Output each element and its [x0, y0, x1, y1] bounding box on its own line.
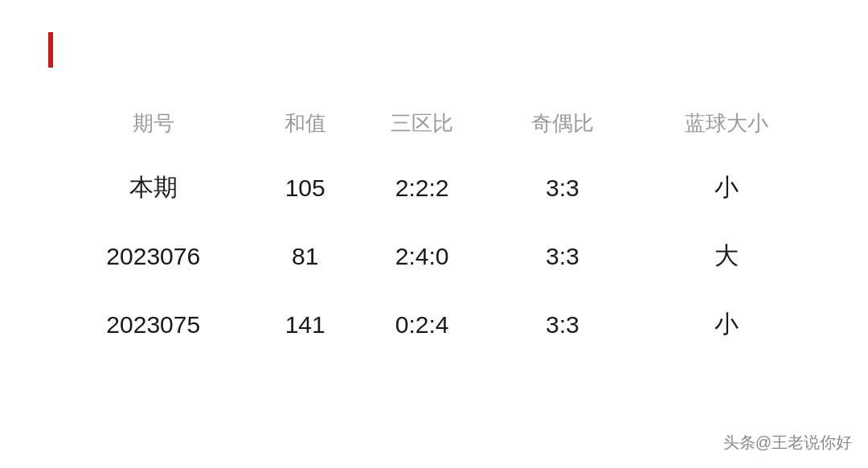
- col-header-blue-size: 蓝球大小: [633, 100, 820, 154]
- col-header-odd-even: 奇偶比: [493, 100, 633, 154]
- cell-blue_size: 大: [633, 222, 820, 290]
- cell-period: 本期: [48, 154, 258, 222]
- cell-sum: 105: [258, 154, 351, 222]
- table-header-row: 期号 和值 三区比 奇偶比 蓝球大小: [48, 100, 820, 154]
- cell-period: 2023075: [48, 290, 258, 359]
- col-header-three-zone: 三区比: [352, 100, 493, 154]
- cell-sum: 81: [258, 222, 351, 290]
- main-container: 期号 和值 三区比 奇偶比 蓝球大小 本期1052:2:23:3小2023076…: [0, 0, 868, 391]
- cell-odd_even: 3:3: [493, 222, 633, 290]
- analysis-table: 期号 和值 三区比 奇偶比 蓝球大小 本期1052:2:23:3小2023076…: [48, 100, 820, 359]
- cell-period: 2023076: [48, 222, 258, 290]
- table-row: 20230751410:2:43:3小: [48, 290, 820, 359]
- cell-three_zone: 0:2:4: [352, 290, 493, 359]
- cell-sum: 141: [258, 290, 351, 359]
- table-row: 本期1052:2:23:3小: [48, 154, 820, 222]
- section-header: [48, 32, 820, 68]
- watermark: 头条@王老说你好: [723, 432, 852, 454]
- cell-three_zone: 2:4:0: [352, 222, 493, 290]
- col-header-period: 期号: [48, 100, 258, 154]
- section-bar-decoration: [48, 32, 53, 68]
- cell-blue_size: 小: [633, 290, 820, 359]
- table-row: 2023076812:4:03:3大: [48, 222, 820, 290]
- col-header-sum: 和值: [258, 100, 351, 154]
- cell-odd_even: 3:3: [493, 154, 633, 222]
- cell-odd_even: 3:3: [493, 290, 633, 359]
- cell-blue_size: 小: [633, 154, 820, 222]
- cell-three_zone: 2:2:2: [352, 154, 493, 222]
